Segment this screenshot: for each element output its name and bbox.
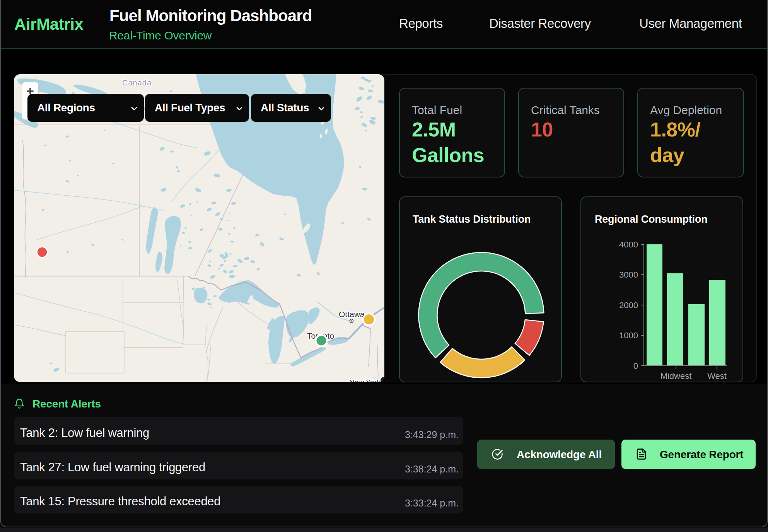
svg-text:1000: 1000 — [619, 331, 638, 340]
svg-text:2000: 2000 — [619, 300, 638, 310]
svg-text:4000: 4000 — [619, 240, 638, 249]
svg-text:New York: New York — [349, 378, 381, 382]
svg-text:Canada: Canada — [122, 78, 152, 87]
svg-text:West: West — [707, 371, 727, 381]
svg-text:3000: 3000 — [619, 270, 638, 280]
svg-text:0: 0 — [633, 361, 638, 371]
svg-text:Ottawa: Ottawa — [339, 310, 365, 319]
svg-text:Midwest: Midwest — [660, 371, 692, 381]
